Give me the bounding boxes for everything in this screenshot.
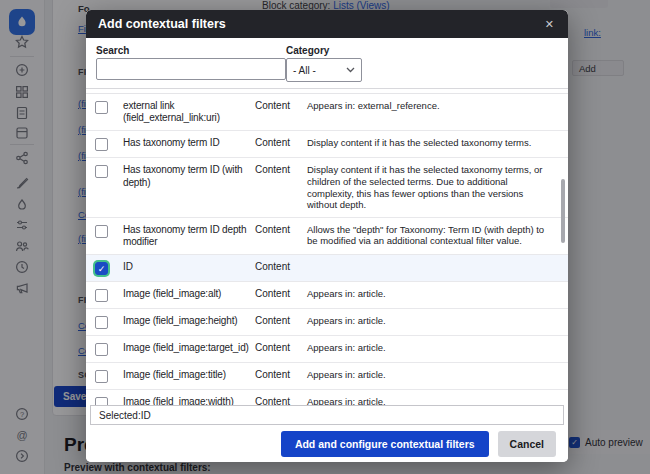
filter-category: Content xyxy=(255,94,307,118)
row-checkbox-cell xyxy=(86,390,123,405)
filter-category: Content xyxy=(255,218,307,242)
search-label: Search xyxy=(96,45,129,56)
filter-category: Content xyxy=(255,363,307,387)
filter-name: Image (field_image:target_id) xyxy=(123,336,255,360)
filter-category: Content xyxy=(255,158,307,182)
row-checkbox[interactable] xyxy=(95,165,108,178)
dialog-filter-bar: Search Category - All - xyxy=(86,38,568,88)
filter-description: Appears in: article. xyxy=(307,390,568,405)
filter-category: Content xyxy=(255,282,307,306)
table-row[interactable]: Has taxonomy term ID depth modifier Cont… xyxy=(86,218,568,255)
table-row[interactable]: Image (field_image:alt) Content Appears … xyxy=(86,282,568,309)
filter-name: Image (field_image:width) xyxy=(123,390,255,405)
row-checkbox[interactable] xyxy=(95,225,108,238)
filter-name: ID xyxy=(123,255,255,279)
filter-description: Appears in: article. xyxy=(307,336,568,360)
row-checkbox-cell xyxy=(86,218,123,244)
category-selected-value: - All - xyxy=(293,65,316,76)
filter-description: Display content if it has the selected t… xyxy=(307,131,568,155)
search-input[interactable] xyxy=(96,58,286,80)
dialog-header: Add contextual filters ✕ xyxy=(86,10,568,38)
dialog-footer: Add and configure contextual filters Can… xyxy=(86,425,568,462)
row-checkbox-cell xyxy=(86,336,123,362)
table-row[interactable]: Has taxonomy term ID (with depth) Conten… xyxy=(86,158,568,217)
close-icon[interactable]: ✕ xyxy=(543,17,556,32)
table-scrollbar[interactable] xyxy=(561,179,565,243)
filter-name: Image (field_image:alt) xyxy=(123,282,255,306)
filter-description xyxy=(307,255,568,267)
filter-name: Image (field_image:height) xyxy=(123,309,255,333)
row-checkbox[interactable] xyxy=(95,101,108,114)
row-checkbox-cell xyxy=(86,363,123,389)
category-select[interactable]: - All - xyxy=(286,58,362,82)
table-row[interactable]: Has taxonomy term ID Content Display con… xyxy=(86,131,568,158)
filters-table-body: external link (field_external_link:uri) … xyxy=(86,94,568,405)
table-row[interactable]: Image (field_image:title) Content Appear… xyxy=(86,363,568,390)
filter-category: Content xyxy=(255,131,307,155)
row-checkbox[interactable] xyxy=(95,316,108,329)
dialog-title: Add contextual filters xyxy=(98,17,226,31)
add-and-configure-button[interactable]: Add and configure contextual filters xyxy=(281,431,489,457)
cancel-button[interactable]: Cancel xyxy=(498,431,556,457)
selected-summary: Selected:ID xyxy=(90,405,564,425)
filter-name: Has taxonomy term ID depth modifier xyxy=(123,218,255,254)
add-contextual-filters-dialog: Add contextual filters ✕ Search Category… xyxy=(86,10,568,462)
row-checkbox[interactable] xyxy=(95,289,108,302)
table-row[interactable]: external link (field_external_link:uri) … xyxy=(86,94,568,131)
filter-description: Appears in: article. xyxy=(307,309,568,333)
filter-name: Has taxonomy term ID (with depth) xyxy=(123,158,255,194)
row-checkbox-cell xyxy=(86,158,123,184)
filter-name: Image (field_image:title) xyxy=(123,363,255,387)
filter-description: Appears in: article. xyxy=(307,363,568,387)
filter-category: Content xyxy=(255,336,307,360)
filter-category: Content xyxy=(255,390,307,405)
filter-description: Appears in: external_reference. xyxy=(307,94,568,118)
filter-description: Display content if it has the selected t… xyxy=(307,158,568,216)
table-row[interactable]: Image (field_image:width) Content Appear… xyxy=(86,390,568,405)
filter-name: Has taxonomy term ID xyxy=(123,131,255,155)
row-checkbox[interactable] xyxy=(95,138,108,151)
chevron-down-icon xyxy=(346,67,355,73)
row-checkbox[interactable] xyxy=(95,397,108,405)
row-checkbox-cell xyxy=(86,94,123,120)
row-checkbox-cell xyxy=(86,131,123,157)
filter-category: Content xyxy=(255,255,307,279)
row-checkbox[interactable] xyxy=(95,370,108,383)
table-row[interactable]: Image (field_image:target_id) Content Ap… xyxy=(86,336,568,363)
filter-name: external link (field_external_link:uri) xyxy=(123,94,255,130)
filter-description: Allows the "depth" for Taxonomy: Term ID… xyxy=(307,218,568,253)
row-checkbox[interactable] xyxy=(95,343,108,356)
table-row[interactable]: Image (field_image:height) Content Appea… xyxy=(86,309,568,336)
row-checkbox-cell xyxy=(86,282,123,308)
filter-description: Appears in: article. xyxy=(307,282,568,306)
filter-category: Content xyxy=(255,309,307,333)
row-checkbox[interactable]: ✓ xyxy=(95,262,108,275)
filters-table: external link (field_external_link:uri) … xyxy=(86,88,568,405)
screen: ? @ Block category: Lists (Views) Fo Fi … xyxy=(0,0,650,474)
row-checkbox-cell xyxy=(86,309,123,335)
row-checkbox-cell: ✓ xyxy=(86,255,123,281)
table-row[interactable]: ✓ ID Content xyxy=(86,255,568,282)
category-label: Category xyxy=(286,45,329,56)
